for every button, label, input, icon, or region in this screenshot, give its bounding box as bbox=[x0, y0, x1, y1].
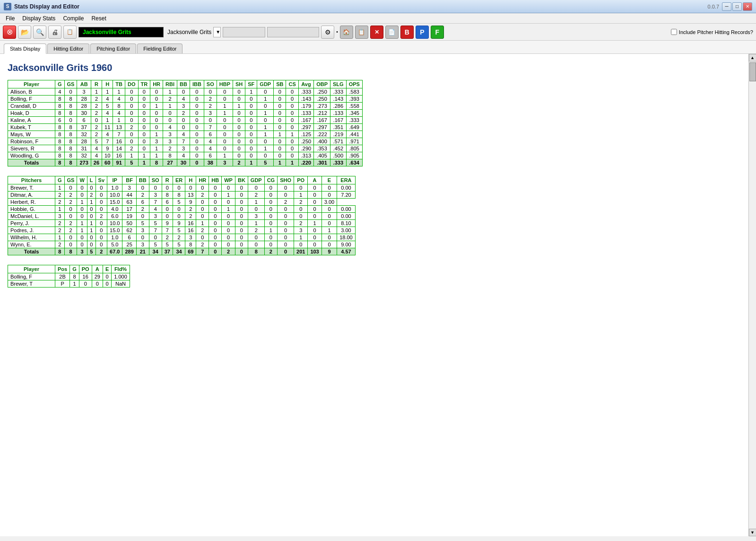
tab-hitting-editor[interactable]: Hitting Editor bbox=[47, 44, 89, 53]
table-row: Robinson, F882857160033704000000.250.400… bbox=[8, 138, 363, 145]
table-row: Sievers, R883149142012304000100.290.353.… bbox=[8, 145, 363, 152]
table-row: Ditmar, A.2202010.04423881320102001007.2… bbox=[8, 192, 356, 199]
batting-col-g: G bbox=[55, 80, 65, 88]
maximize-button[interactable]: □ bbox=[732, 2, 742, 11]
minimize-button[interactable]: ─ bbox=[722, 2, 731, 11]
pitching-col-sho: SHO bbox=[278, 176, 294, 184]
table-row: McDaniel, L.300026.0190300200003000000.0… bbox=[8, 213, 356, 220]
copy-button[interactable]: 📋 bbox=[355, 26, 368, 39]
fielding-col-g: G bbox=[70, 265, 79, 273]
batting-table: PlayerGGSABRHTBDOTRHRRBIBBIBBSOHBPSHSFGD… bbox=[8, 80, 363, 166]
batting-col-h: H bbox=[102, 80, 113, 88]
tab-pitching-editor[interactable]: Pitching Editor bbox=[90, 44, 136, 53]
tab-stats-display[interactable]: Stats Display bbox=[4, 44, 46, 54]
paste-button[interactable]: 📄 bbox=[385, 26, 399, 39]
toolbar: ⊗ 📂 🔍 🖨 📋 Jacksonville Grits Jacksonvill… bbox=[0, 24, 756, 41]
menu-display-stats[interactable]: Display Stats bbox=[18, 14, 59, 23]
team-name-display: Jacksonville Grits bbox=[78, 27, 164, 37]
scroll-up[interactable]: ▲ bbox=[749, 54, 756, 61]
menu-bar: File Display Stats Compile Reset bbox=[0, 13, 756, 24]
table-row: Kaline, A6060110000000000000.167.167.167… bbox=[8, 117, 363, 124]
table-row: Herbert, R.2211015.063676590000102203.00 bbox=[8, 199, 356, 206]
batting-col-ab: AB bbox=[77, 80, 91, 88]
menu-reset[interactable]: Reset bbox=[87, 14, 110, 23]
home-button[interactable]: 🏠 bbox=[340, 26, 353, 39]
pitching-col-pitchers: Pitchers bbox=[8, 176, 55, 184]
pitching-col-er: ER bbox=[173, 176, 185, 184]
batting-col-tr: TR bbox=[138, 80, 150, 88]
delete-button[interactable]: ✕ bbox=[370, 26, 383, 39]
pitching-col-so: SO bbox=[149, 176, 162, 184]
batting-col-cs: CS bbox=[286, 80, 298, 88]
pitching-col-g: G bbox=[55, 176, 65, 184]
pitching-table: PitchersGGSWLSvIPBFBBSORERHHRHBWPBKGDPCG… bbox=[8, 176, 356, 255]
table-row: Mays, W88322470013406000111.125.222.219.… bbox=[8, 131, 363, 138]
scroll-content: Jacksonville Grits 1960 PlayerGGSABRHTBD… bbox=[0, 54, 748, 536]
team-label: Jacksonville Grits bbox=[167, 29, 211, 35]
batting-totals-row: Totals882732660915182730038321511.220.30… bbox=[8, 159, 363, 166]
table-row: Wynn, E.200005.0253555820000000009.00 bbox=[8, 241, 356, 248]
batting-col-ibb: IBB bbox=[190, 80, 204, 88]
tab-fielding-editor[interactable]: Fielding Editor bbox=[137, 44, 182, 53]
table-row: Brewer, T.100001.030000000000000000.00 bbox=[8, 184, 356, 192]
menu-file[interactable]: File bbox=[2, 14, 18, 23]
pitcher-check-row: Include Pitcher Hitting Records? bbox=[671, 29, 753, 35]
pitching-col-cg: CG bbox=[264, 176, 278, 184]
table-row: Perry, J.2211010.05055991610001002108.10 bbox=[8, 220, 356, 227]
table-row: Allison, B4031110001000001000.333.250.33… bbox=[8, 88, 363, 96]
batting-col-gs: GS bbox=[64, 80, 77, 88]
pitching-col-a: A bbox=[308, 176, 322, 184]
pitching-col-era: ERA bbox=[337, 176, 356, 184]
toolbar-back-button[interactable]: ⊗ bbox=[3, 26, 16, 39]
pitching-col-e: E bbox=[322, 176, 337, 184]
menu-compile[interactable]: Compile bbox=[59, 14, 87, 23]
pitching-col-wp: WP bbox=[222, 176, 235, 184]
batting-col-sb: SB bbox=[274, 80, 286, 88]
close-button[interactable]: ✕ bbox=[743, 2, 752, 11]
title-bar: S Stats Display and Editor 0.0.7 ─ □ ✕ bbox=[0, 0, 756, 13]
pitching-col-ip: IP bbox=[107, 176, 122, 184]
p-button[interactable]: P bbox=[416, 26, 429, 39]
toolbar-right: Include Pitcher Hitting Records? bbox=[671, 29, 753, 35]
toolbar-print-button[interactable]: 🖨 bbox=[48, 26, 61, 39]
scroll-down[interactable]: ▼ bbox=[749, 529, 756, 536]
app-icon: S bbox=[4, 3, 11, 10]
batting-col-ops: OPS bbox=[346, 80, 362, 88]
toolbar-open-button[interactable]: 📂 bbox=[18, 26, 31, 39]
batting-col-hr: HR bbox=[150, 80, 163, 88]
table-row: Wilhelm, H.100001.0600223000000010018.00 bbox=[8, 234, 356, 241]
pitching-totals-row: Totals8835267.02892134373469702082020110… bbox=[8, 248, 356, 255]
fielding-col-player: Player bbox=[8, 265, 55, 273]
scroll-thumb[interactable] bbox=[749, 62, 756, 81]
pitching-col-w: W bbox=[77, 176, 87, 184]
search-box-1[interactable] bbox=[223, 27, 265, 37]
fielding-col-po: PO bbox=[79, 265, 92, 273]
batting-col-sh: SH bbox=[233, 80, 245, 88]
pitching-col-bk: BK bbox=[235, 176, 248, 184]
batting-col-bb: BB bbox=[177, 80, 190, 88]
search-box-2[interactable] bbox=[267, 27, 319, 37]
batting-col-slg: SLG bbox=[330, 80, 347, 88]
batting-col-avg: Avg bbox=[298, 80, 313, 88]
table-row: Bolling, F88282440002402000100.143.250.1… bbox=[8, 96, 363, 103]
batting-col-player: Player bbox=[8, 80, 55, 88]
team-dropdown[interactable]: ▼ bbox=[213, 27, 221, 37]
batting-col-tb: TB bbox=[113, 80, 125, 88]
pitching-col-po: PO bbox=[294, 176, 308, 184]
batting-col-gdp: GDP bbox=[257, 80, 274, 88]
table-row: Woodling, G8832410161118406100000.313.40… bbox=[8, 152, 363, 159]
app-title: Stats Display and Editor bbox=[14, 3, 705, 10]
fielding-table: PlayerPosGPOAEFld% Bolling, F2B8162901.0… bbox=[8, 265, 130, 288]
window-controls: ─ □ ✕ bbox=[722, 2, 752, 11]
b-button[interactable]: B bbox=[400, 26, 414, 39]
pitcher-check-label: Include Pitcher Hitting Records? bbox=[679, 29, 753, 35]
table-row: Hobbie, G.100004.0172400200100000000.00 bbox=[8, 206, 356, 213]
toolbar-edit-button[interactable]: 📋 bbox=[63, 26, 77, 39]
settings-button[interactable]: ⚙ bbox=[321, 26, 334, 39]
table-row: Crandall, D88282580011302110000.179.273.… bbox=[8, 103, 363, 110]
batting-col-sf: SF bbox=[245, 80, 257, 88]
pitcher-hitting-checkbox[interactable] bbox=[671, 29, 677, 35]
f-button[interactable]: F bbox=[431, 26, 444, 39]
app-version: 0.0.7 bbox=[708, 4, 719, 9]
toolbar-search-button[interactable]: 🔍 bbox=[33, 26, 46, 39]
